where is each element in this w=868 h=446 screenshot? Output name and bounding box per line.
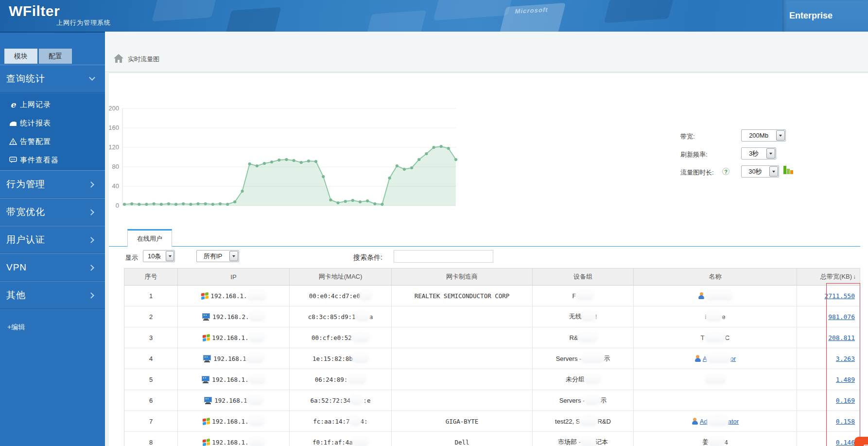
table-body: 1192.168.1.00:e0:4c:d7:e0REALTEK SEMICON…	[124, 285, 860, 446]
tab-modules[interactable]: 模块	[4, 49, 37, 64]
user-name-link[interactable]: Aor	[703, 355, 736, 363]
bandwidth-select[interactable]: 200Mb	[741, 129, 786, 142]
cell-mac: fc:aa:14:74:	[290, 411, 392, 431]
bandwidth-link[interactable]: 3.263	[836, 355, 855, 362]
help-icon[interactable]: ?	[722, 168, 729, 175]
submenu-item-label: 告警配置	[20, 137, 51, 146]
data-point	[145, 203, 148, 206]
bandwidth-link[interactable]: 0.169	[836, 397, 855, 404]
data-point	[314, 160, 317, 163]
data-point	[440, 145, 443, 148]
cell-vendor	[392, 348, 533, 369]
refresh-rate-select[interactable]: 3秒	[741, 147, 776, 160]
column-header-3[interactable]: 网卡制造商	[392, 268, 533, 285]
cell-text: f0:1f:af:4a	[312, 439, 353, 446]
watermark-glyph: z	[861, 439, 868, 446]
cell-text: 4	[724, 439, 728, 446]
cell-name: ie	[634, 306, 797, 327]
sidebar-submenu: e 上网记录 统计报表 告警配置 事件查看器	[0, 93, 105, 170]
cell-text: A	[703, 355, 707, 362]
column-header-5[interactable]: 名称	[634, 268, 797, 285]
dropdown-button[interactable]	[229, 251, 238, 261]
dropdown-arrow-icon	[232, 255, 235, 259]
watermark-badge: z	[854, 437, 868, 446]
tab-config[interactable]: 配置	[39, 49, 72, 64]
search-input[interactable]	[394, 250, 493, 263]
dropdown-button[interactable]	[766, 148, 775, 159]
ip-filter-select[interactable]: 所有IP	[196, 250, 239, 262]
cell-text: 192.168.1.	[212, 418, 248, 425]
monitor-icon	[202, 376, 210, 383]
sidebar-sections: 行为管理 带宽优化 用户认证 VPN 其他	[0, 170, 105, 309]
cell-name	[634, 285, 797, 306]
cell-text: fc:aa:14:7	[313, 418, 349, 425]
redaction-blur	[705, 334, 725, 342]
data-point	[226, 203, 229, 206]
dropdown-button[interactable]	[166, 251, 174, 261]
user-name-link[interactable]: Adator	[700, 417, 739, 426]
home-icon[interactable]	[114, 54, 123, 63]
redaction-blur	[585, 396, 600, 405]
bandwidth-link[interactable]: 1.489	[836, 376, 855, 383]
show-label: 显示	[125, 253, 138, 262]
data-point	[130, 202, 133, 205]
bandwidth-label: 带宽:	[680, 132, 695, 141]
table-row: 2192.168.2.c8:3c:85:d9:1a无线!ie981.076	[124, 306, 860, 327]
dropdown-button[interactable]	[776, 130, 785, 141]
column-header-6[interactable]: 总带宽(KB)↓	[797, 268, 860, 285]
sidebar-subitem-2[interactable]: 告警配置	[0, 132, 105, 151]
top-header: Microsoft WFilter 上网行为管理系统 Enterprise	[0, 0, 868, 32]
keyboard-photo-decoration	[152, 0, 217, 21]
sidebar-edit-link[interactable]: +编辑	[7, 323, 25, 332]
data-point	[293, 159, 295, 162]
data-point	[403, 168, 406, 171]
bandwidth-link[interactable]: 208.811	[828, 334, 855, 341]
column-header-1[interactable]: IP	[178, 268, 290, 285]
chart-duration-select[interactable]: 30秒	[741, 165, 779, 178]
data-point	[425, 152, 428, 155]
cell-total-bandwidth: 1.489	[797, 369, 860, 390]
sidebar-section-4[interactable]: 其他	[0, 281, 105, 309]
column-header-0[interactable]: 序号	[124, 268, 178, 285]
table-row: 8192.168.1.f0:1f:af:4aDell市场部 - 记本姜40.14…	[124, 432, 860, 446]
sidebar-section-0[interactable]: 行为管理	[0, 170, 105, 198]
page-size-select[interactable]: 10条	[143, 250, 175, 262]
chevron-right-icon	[88, 209, 94, 215]
cell-device-group: 未分组	[533, 369, 634, 390]
app-logo: WFilter	[9, 3, 60, 19]
cell-device-group: Servers - 示	[533, 390, 634, 410]
bandwidth-link[interactable]: 981.076	[828, 313, 855, 321]
bar-chart-icon[interactable]	[783, 165, 794, 174]
cell-text: :e	[363, 397, 370, 404]
user-icon	[692, 418, 698, 425]
data-point	[307, 160, 310, 162]
cell-text: R&	[569, 334, 578, 341]
column-header-4[interactable]: 设备组	[533, 268, 634, 285]
bandwidth-link[interactable]: 0.146	[836, 439, 855, 446]
bandwidth-link[interactable]: 2711.550	[824, 292, 855, 300]
dropdown-button[interactable]	[769, 166, 778, 177]
data-point	[454, 158, 457, 161]
user-name-link[interactable]	[706, 292, 732, 300]
redaction-blur	[707, 292, 732, 300]
redaction-blur	[708, 355, 730, 363]
sidebar-subitem-3[interactable]: 事件查看器	[0, 151, 105, 169]
table-row: 7192.168.1.fc:aa:14:74:GIGA-BYTEtest22, …	[124, 411, 860, 432]
redaction-blur	[353, 438, 368, 446]
sidebar-section-1[interactable]: 带宽优化	[0, 198, 105, 226]
bandwidth-link[interactable]: 0.158	[836, 418, 855, 425]
sidebar-section-3[interactable]: VPN	[0, 253, 105, 281]
redaction-blur	[249, 375, 265, 384]
column-header-2[interactable]: 网卡地址(MAC)	[290, 268, 392, 285]
alert-icon	[8, 138, 18, 145]
tab-online-users[interactable]: 在线用户	[127, 229, 172, 247]
sidebar-subitem-1[interactable]: 统计报表	[0, 114, 105, 132]
sidebar-section-2[interactable]: 用户认证	[0, 226, 105, 253]
cell-device-group: 无线!	[533, 306, 634, 327]
cell-mac: 00:e0:4c:d7:e0	[290, 285, 392, 306]
cell-name: Adator	[634, 411, 797, 431]
sidebar-subitem-0[interactable]: e 上网记录	[0, 95, 105, 114]
data-point	[366, 199, 369, 202]
sidebar-section-query-stats[interactable]: 查询统计	[0, 65, 105, 93]
cell-vendor: GIGA-BYTE	[392, 411, 533, 431]
